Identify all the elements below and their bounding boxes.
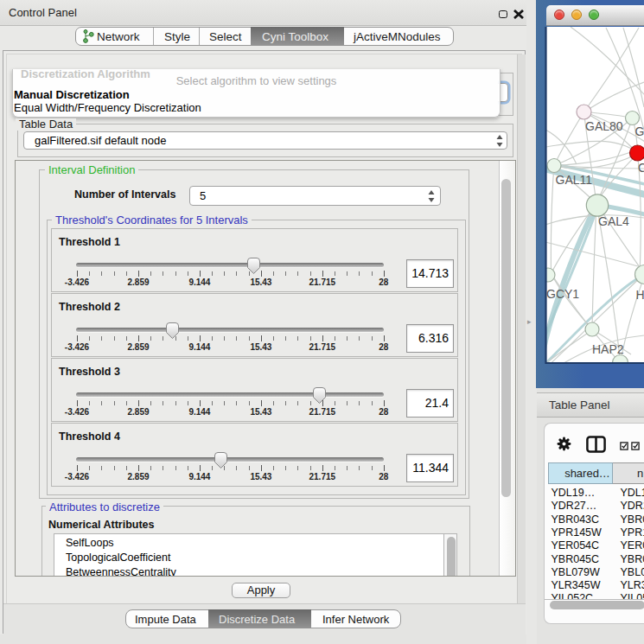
svg-text:HAP2: HAP2 xyxy=(592,342,624,356)
svg-text:GAL4: GAL4 xyxy=(598,214,629,228)
svg-text:GCY1: GCY1 xyxy=(546,287,579,301)
svg-text:C: C xyxy=(638,161,644,175)
svg-text:GAL11: GAL11 xyxy=(556,173,593,187)
svg-text:G.: G. xyxy=(635,124,644,138)
svg-text:H: H xyxy=(636,288,644,302)
svg-text:GAL80: GAL80 xyxy=(585,119,623,133)
